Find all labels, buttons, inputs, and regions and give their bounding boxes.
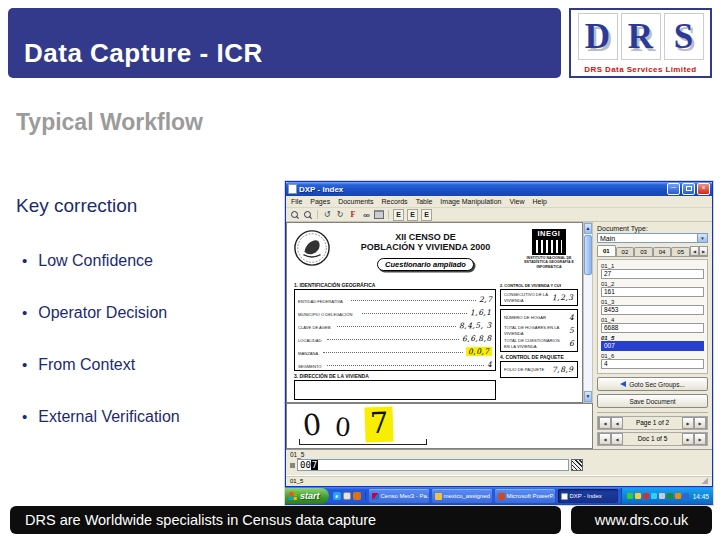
tab-01[interactable]: 01 [597, 245, 616, 256]
menu-table[interactable]: Table [416, 198, 433, 205]
first-page-button[interactable]: ◀ [598, 417, 611, 429]
save-document-button[interactable]: Save Document [597, 394, 708, 408]
document-type-select[interactable]: Main ▼ [597, 233, 708, 243]
quick-launch: e [329, 492, 366, 500]
tab-03[interactable]: 03 [634, 247, 653, 256]
menu-documents[interactable]: Documents [338, 198, 373, 205]
menu-image-manipulation[interactable]: Image Manipulation [440, 198, 501, 205]
field-edit-button-3[interactable]: E [421, 209, 432, 221]
restore-button[interactable] [682, 183, 695, 195]
flag-icon[interactable]: F [348, 209, 358, 220]
resize-grip[interactable] [702, 478, 708, 484]
tab-scroll: ◀ ▶ [690, 246, 708, 256]
menu-pages[interactable]: Pages [310, 198, 330, 205]
inegi-logo-box: INEGI [532, 229, 566, 255]
handwritten-value: 7,8,9 [552, 365, 574, 374]
field-label: FOLIO DE PAQUETE [504, 367, 550, 372]
task-button-paint[interactable]: Censo Mex3 - Pa... [369, 489, 429, 503]
media-player-icon[interactable] [353, 492, 361, 500]
chevron-down-icon[interactable]: ▼ [697, 234, 707, 242]
task-button-powerpoint[interactable]: Microsoft PowerP... [495, 489, 555, 503]
tray-icon[interactable] [659, 493, 665, 499]
next-doc-button[interactable]: ▶ [682, 433, 694, 445]
section2-box-a: CONSECUTIVO DE LA VIVIENDA1,2,3 [500, 289, 578, 306]
form-row-total-hogares: TOTAL DE HOGARES EN LA VIVIENDA5 [504, 324, 574, 337]
field-label: ENTIDAD FEDERATIVA [298, 300, 343, 305]
zoom-out-icon[interactable] [303, 209, 313, 220]
section3-title: 3. DIRECCIÓN DE LA VIVIENDA [294, 373, 496, 379]
show-desktop-icon[interactable] [343, 492, 351, 500]
tab-02[interactable]: 02 [616, 247, 635, 256]
form-row-ageb: CLAVE DE AGEB8,4,5, 3 [298, 317, 492, 330]
goto-button-label: Goto Sec Groups... [629, 381, 685, 388]
snippet-digit: 0 [302, 410, 323, 440]
last-page-button[interactable]: ▶ [694, 417, 707, 429]
tab-scroll-left-button[interactable]: ◀ [690, 246, 699, 256]
questionnaire-badge: Cuestionario ampliado [377, 258, 474, 271]
drs-logo: D R S DRS Data Services Limited [569, 8, 712, 78]
scroll-up-button[interactable]: ▲ [584, 223, 592, 234]
field-label: CLAVE DE AGEB [298, 326, 331, 331]
section2-title: 2. CONTROL DE VIVIENDA Y CUESTIONARIOS [500, 283, 561, 288]
form-scrollbar[interactable]: ▲ ▼ [583, 222, 593, 403]
field-edit-button-2[interactable]: E [407, 209, 418, 221]
zoom-in-icon[interactable] [290, 209, 300, 220]
taskbar: start e Censo Mex3 - Pa... mexico_assign… [285, 487, 713, 505]
field-input-01-5-selected[interactable]: 007 [601, 341, 704, 351]
tab-scroll-right-button[interactable]: ▶ [699, 246, 708, 256]
field-input-01-1[interactable]: 27 [601, 269, 704, 279]
magnifier-glyph [304, 211, 312, 219]
field-input-01-6[interactable]: 4 [601, 359, 704, 369]
tray-icon[interactable] [683, 493, 689, 499]
tray-icon[interactable] [651, 493, 657, 499]
tray-icon[interactable] [643, 493, 649, 499]
handwritten-value: 2,7 [478, 295, 492, 304]
tray-icon[interactable] [635, 493, 641, 499]
menu-help[interactable]: Help [533, 198, 547, 205]
rotate-left-icon[interactable]: ↺ [322, 209, 332, 220]
prev-doc-button[interactable]: ◀ [611, 433, 623, 445]
minimize-button[interactable]: ─ [667, 183, 680, 195]
prev-page-button[interactable]: ◀ [611, 417, 623, 429]
tray-icon[interactable] [675, 493, 681, 499]
scrollbar-track[interactable] [584, 234, 592, 391]
close-button[interactable]: × [697, 183, 710, 195]
next-page-button[interactable]: ▶ [682, 417, 694, 429]
form-row-localidad: LOCALIDAD6,6,8,8 [298, 330, 492, 343]
start-button[interactable]: start [285, 488, 329, 504]
last-doc-button[interactable]: ▶ [694, 433, 707, 445]
folder-icon [435, 493, 442, 500]
bullet-label: From Context [38, 356, 135, 374]
menu-view[interactable]: View [509, 198, 524, 205]
field-input-01-2[interactable]: 161 [601, 287, 704, 297]
field-edit-button-1[interactable]: E [393, 209, 404, 221]
key-entry-input[interactable]: 00 7 [297, 459, 569, 471]
rotate-right-icon[interactable]: ↻ [335, 209, 345, 220]
print-icon[interactable] [374, 209, 384, 220]
leader-dots [327, 339, 459, 340]
snippet-baseline [299, 444, 427, 445]
first-doc-button[interactable]: ◀ [598, 433, 611, 445]
goto-sec-groups-button[interactable]: Goto Sec Groups... [597, 377, 708, 391]
task-button-dxp-active[interactable]: DXP - Index [558, 489, 618, 503]
task-button-folder[interactable]: mexico_assigned [432, 489, 492, 503]
field-list: 01_1 27 01_2 161 01_3 8453 01_4 6688 01_… [597, 259, 708, 374]
internet-explorer-icon[interactable]: e [333, 492, 341, 500]
tab-04[interactable]: 04 [653, 247, 672, 256]
scroll-down-button[interactable]: ▼ [584, 391, 592, 402]
menu-records[interactable]: Records [382, 198, 408, 205]
tray-icon[interactable] [667, 493, 673, 499]
binoculars-icon[interactable]: oo [361, 209, 371, 220]
tab-05[interactable]: 05 [671, 247, 690, 256]
field-input-01-3[interactable]: 8453 [601, 305, 704, 315]
dxp-app-icon [561, 493, 568, 500]
footer-url[interactable]: www.drs.co.uk [571, 506, 712, 534]
scrollbar-thumb[interactable] [584, 235, 592, 275]
menu-file[interactable]: File [291, 198, 302, 205]
form-row-municipio: MUNICIPIO O DELEGACIÓN1,6,1 [298, 304, 492, 317]
form-row-consecutivo: CONSECUTIVO DE LA VIVIENDA1,2,3 [504, 291, 574, 304]
field-input-01-4[interactable]: 6688 [601, 323, 704, 333]
tray-icon[interactable] [627, 493, 633, 499]
window-titlebar[interactable]: DXP - Index ─ × [286, 182, 712, 196]
typed-value: 00 [300, 460, 311, 470]
